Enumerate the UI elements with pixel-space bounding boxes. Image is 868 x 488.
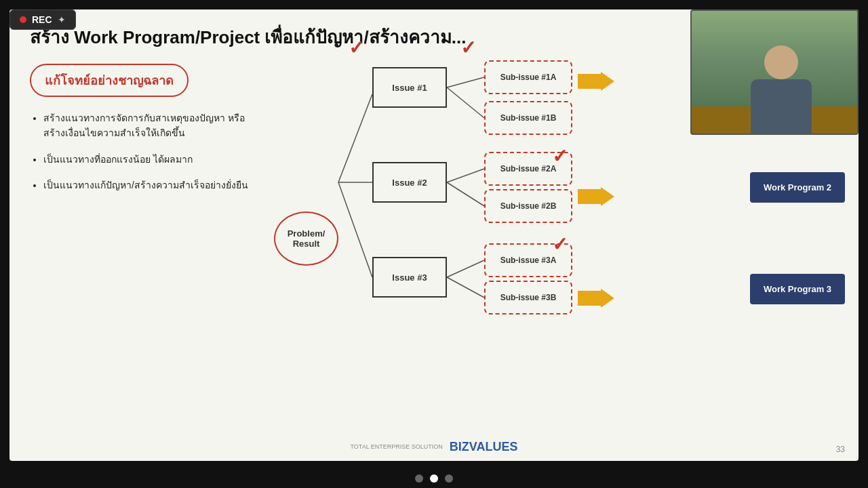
nav-dot-3[interactable] — [445, 474, 453, 483]
arrow-2 — [578, 187, 614, 206]
problem-result-box: Problem/Result — [274, 211, 338, 266]
footer-logo: BIZVALUES — [450, 440, 518, 454]
page-number: 33 — [836, 445, 845, 454]
screen-container: REC ✦ สร้าง Work Program/Project เพื่อแก… — [0, 0, 868, 488]
nav-dots — [415, 474, 453, 483]
bullet-item-3: เป็นแนวทางแก้ปัญหา/สร้างความสำเร็จอย่างย… — [43, 178, 260, 192]
highlight-box: แก้โจทย์อย่างชาญฉลาด — [30, 64, 189, 97]
issue-box-3: Issue #3 — [372, 257, 447, 298]
sub-issue-3b: Sub-issue #3B — [484, 281, 572, 314]
svg-line-2 — [338, 182, 372, 277]
svg-line-3 — [447, 77, 484, 87]
rec-label: REC — [32, 14, 52, 25]
arrow-3 — [578, 289, 614, 308]
person-body — [751, 79, 812, 134]
svg-line-7 — [447, 260, 484, 277]
person-head — [764, 45, 798, 79]
svg-line-0 — [338, 94, 372, 182]
webcam-person — [744, 45, 805, 134]
rec-button[interactable]: REC ✦ — [9, 9, 76, 30]
left-panel: แก้โจทย์อย่างชาญฉลาด สร้างแนวทางการจัดกา… — [30, 64, 260, 204]
rec-indicator — [20, 16, 26, 23]
bullet-list: สร้างแนวทางการจัดการกับสาเหตุของปัญหา หร… — [30, 110, 260, 193]
arrow-shaft-2 — [578, 189, 601, 204]
bullet-item-1: สร้างแนวทางการจัดการกับสาเหตุของปัญหา หร… — [43, 110, 260, 141]
bullet-item-2: เป็นแนวทางที่ออกแรงน้อย ได้ผลมาก — [43, 152, 260, 167]
webcam-overlay — [690, 9, 859, 135]
sparkle-icon: ✦ — [58, 14, 66, 25]
svg-line-5 — [447, 169, 484, 182]
webcam-feed — [692, 11, 857, 134]
arrow-head-1 — [601, 72, 614, 91]
sub-issue-2b: Sub-issue #2B — [484, 189, 572, 223]
svg-line-4 — [447, 87, 484, 118]
nav-dot-2[interactable] — [430, 474, 438, 483]
svg-line-8 — [447, 277, 484, 298]
footer-company-text: TOTAL ENTERPRISE SOLUTION — [350, 443, 442, 451]
sub-issue-1a: Sub-issue #1A — [484, 60, 572, 94]
arrow-1 — [578, 72, 614, 91]
checkmark-sub3a: ✓ — [552, 233, 568, 256]
arrow-shaft-1 — [578, 74, 601, 89]
arrow-head-2 — [601, 187, 614, 206]
arrow-head-3 — [601, 289, 614, 308]
arrow-shaft-3 — [578, 291, 601, 306]
checkmark-sub2b: ✓ — [552, 145, 568, 167]
slide-footer: TOTAL ENTERPRISE SOLUTION BIZVALUES — [9, 440, 859, 454]
issue-box-2: Issue #2 — [372, 162, 447, 203]
nav-dot-1[interactable] — [415, 474, 423, 483]
sub-issue-1b: Sub-issue #1B — [484, 101, 572, 135]
svg-line-6 — [447, 182, 484, 206]
checkmark-issue1: ✓ — [460, 37, 476, 59]
work-program-button-3[interactable]: Work Program 3 — [750, 274, 845, 304]
work-program-button-2[interactable]: Work Program 2 — [750, 172, 845, 203]
checkmark-top: ✓ — [349, 37, 364, 59]
issue-box-1: Issue #1 — [372, 67, 447, 108]
